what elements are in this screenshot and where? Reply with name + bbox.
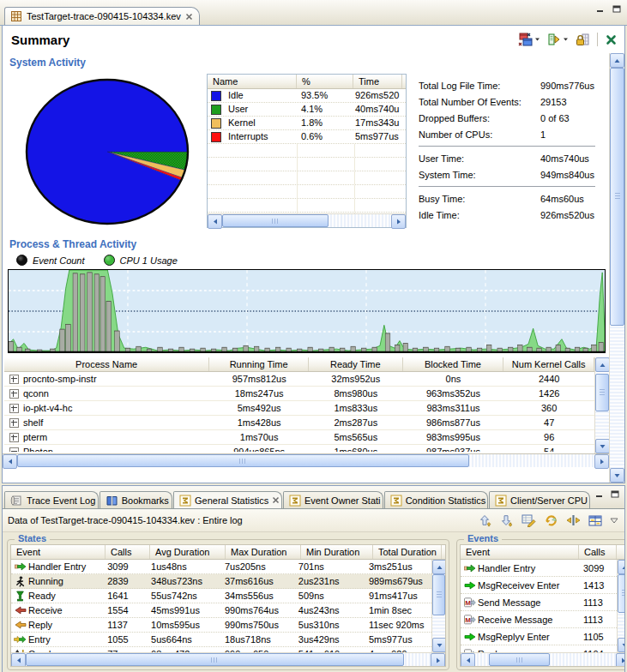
refresh-icon[interactable] — [543, 513, 559, 528]
expand-icon[interactable] — [9, 389, 19, 399]
table-row[interactable]: MReply1104 — [461, 645, 617, 652]
table-row[interactable]: qconn18ms247us8ms980us963ms352us1426 — [4, 387, 594, 401]
table-row[interactable]: io-pkt-v4-hc5ms492us1ms833us983ms311us36… — [4, 401, 594, 416]
column-header-avg-duration[interactable]: Avg Duration — [150, 545, 226, 559]
scroll-track[interactable] — [17, 454, 594, 467]
expand-icon[interactable] — [9, 404, 19, 413]
tab-condition-statistics[interactable]: Condition Statistics — [384, 491, 488, 508]
table-row[interactable]: Handler Entry30991us48ns7us205ns701ns3ms… — [11, 560, 431, 574]
scroll-thumb[interactable] — [222, 214, 329, 227]
events-hscrollbar[interactable] — [461, 652, 624, 666]
scroll-thumb[interactable] — [489, 653, 550, 666]
minimize-icon[interactable] — [593, 489, 606, 500]
tab-trace-event-log[interactable]: Trace Event Log — [4, 491, 99, 508]
column-header-min-duration[interactable]: Min Duration — [301, 545, 373, 559]
events-vscrollbar[interactable] — [617, 560, 624, 652]
tab-client-server-cpu[interactable]: Client/Server CPU — [489, 491, 590, 508]
scroll-left-icon[interactable] — [208, 214, 222, 229]
table-row[interactable]: MsgReceivev Enter1413 — [461, 577, 617, 594]
tab-close-icon[interactable] — [272, 496, 280, 504]
table-row[interactable]: Receive155445ms991us990ms764us4us243ns1m… — [11, 603, 431, 618]
arrow-up-gold-icon[interactable] — [478, 513, 493, 528]
scroll-right-icon[interactable] — [616, 653, 624, 667]
scroll-track[interactable] — [475, 653, 616, 666]
scroll-up-icon[interactable] — [610, 53, 624, 68]
table-row[interactable]: MSend Message1113 — [461, 594, 617, 611]
arrow-down-gold-icon[interactable] — [499, 513, 515, 528]
scroll-down-icon[interactable] — [432, 638, 445, 652]
scroll-left-icon[interactable] — [461, 653, 475, 667]
scroll-left-icon[interactable] — [11, 653, 26, 667]
collapse-icon[interactable] — [565, 513, 582, 528]
dropdown-arrow-icon[interactable] — [563, 37, 569, 42]
table-row[interactable]: Entry10555us664ns18us718ns3us429ns5ms977… — [11, 633, 431, 647]
system-activity-hscrollbar[interactable] — [208, 213, 406, 227]
table-row[interactable]: procnto-smp-instr957ms812us32ms952us0ns2… — [4, 372, 594, 387]
tab-general-statistics[interactable]: General Statistics — [173, 491, 282, 508]
scroll-right-icon[interactable] — [391, 214, 406, 229]
tab-event-owner-stati[interactable]: Event Owner Stati — [283, 491, 383, 508]
close-summary-icon[interactable] — [605, 33, 618, 46]
expand-icon[interactable] — [9, 433, 19, 442]
scroll-track[interactable] — [610, 68, 624, 468]
maximize-icon[interactable] — [608, 489, 621, 500]
minimize-icon[interactable] — [594, 3, 606, 15]
editor-tab[interactable]: TestTarget-trace-090415-104334.kev — [4, 7, 200, 25]
table-row[interactable]: MsgReplyv Enter1105 — [461, 628, 617, 645]
column-header-event[interactable]: Event — [461, 545, 579, 559]
scroll-thumb[interactable] — [432, 574, 445, 615]
scroll-track[interactable] — [618, 574, 624, 638]
scroll-track[interactable] — [595, 372, 609, 439]
scroll-down-icon[interactable] — [595, 439, 609, 453]
table-row[interactable]: Interrupts0.6%5ms977us — [208, 130, 406, 144]
column-header-num-kernel-calls[interactable]: Num Kernel Calls — [503, 357, 594, 371]
process-table-vscrollbar[interactable] — [594, 357, 609, 453]
scroll-thumb[interactable] — [610, 68, 624, 326]
scroll-down-icon[interactable] — [618, 638, 624, 652]
column-header-running-time[interactable]: Running Time — [209, 357, 309, 371]
editor-hscrollbar[interactable] — [3, 453, 609, 467]
states-vscrollbar[interactable] — [431, 560, 445, 652]
maximize-icon[interactable] — [610, 3, 623, 15]
scroll-track[interactable] — [222, 214, 391, 227]
column-header-ready-time[interactable]: Ready Time — [309, 357, 403, 371]
scroll-up-icon[interactable] — [432, 560, 445, 574]
scroll-thumb[interactable] — [17, 454, 469, 467]
table-row[interactable]: Kernel1.8%17ms343u — [208, 117, 406, 130]
dropdown-arrow-icon[interactable] — [534, 37, 540, 42]
column-header-name[interactable]: Name — [208, 75, 297, 88]
column-header-event[interactable]: Event — [11, 545, 106, 559]
tab-bookmarks[interactable]: Bookmarks — [99, 491, 172, 508]
report-icon[interactable] — [546, 32, 570, 47]
table-row[interactable]: Photon994us865ns1ms680us987ms937us54 — [4, 445, 594, 452]
lock-icon[interactable] — [575, 32, 590, 47]
expand-icon[interactable] — [9, 418, 19, 428]
scroll-up-icon[interactable] — [618, 560, 624, 574]
scroll-thumb[interactable] — [595, 374, 609, 412]
expand-icon[interactable] — [9, 375, 19, 384]
scroll-left-icon[interactable] — [3, 454, 17, 469]
states-hscrollbar[interactable] — [11, 652, 445, 666]
column-header-max-duration[interactable]: Max Duration — [226, 545, 301, 559]
table-row[interactable]: MReceive Message1113 — [461, 611, 617, 628]
column-header-time[interactable]: Time — [353, 75, 402, 88]
table-row[interactable]: User4.1%40ms740u — [208, 103, 406, 117]
scroll-thumb[interactable] — [618, 574, 624, 613]
table-row[interactable]: shelf1ms428us2ms287us986ms877us47 — [4, 416, 594, 430]
table-row[interactable]: Idle93.5%926ms520 — [208, 89, 406, 103]
column-header-calls[interactable]: Calls — [106, 545, 150, 559]
column-header-calls[interactable]: Calls — [579, 545, 617, 559]
table-row[interactable]: Running2839348us723ns37ms616us2us231ns98… — [11, 574, 431, 589]
dropdown-tri-icon[interactable] — [609, 517, 619, 525]
scroll-right-icon[interactable] — [431, 653, 445, 667]
table-row[interactable]: Reply113710ms595us990ms750us5us310ns11se… — [11, 618, 431, 633]
collapse-icon[interactable] — [9, 447, 19, 453]
scroll-up-icon[interactable] — [595, 357, 609, 372]
editor-vscrollbar[interactable] — [609, 53, 624, 483]
scroll-track[interactable] — [432, 574, 445, 638]
table-row[interactable]: Handler Entry3099 — [461, 560, 617, 577]
column-header-[interactable]: % — [297, 75, 353, 88]
table-row[interactable]: pterm1ms70us5ms565us983ms995us96 — [4, 430, 594, 445]
scroll-track[interactable] — [26, 653, 431, 666]
tab-close-icon[interactable] — [185, 13, 193, 21]
